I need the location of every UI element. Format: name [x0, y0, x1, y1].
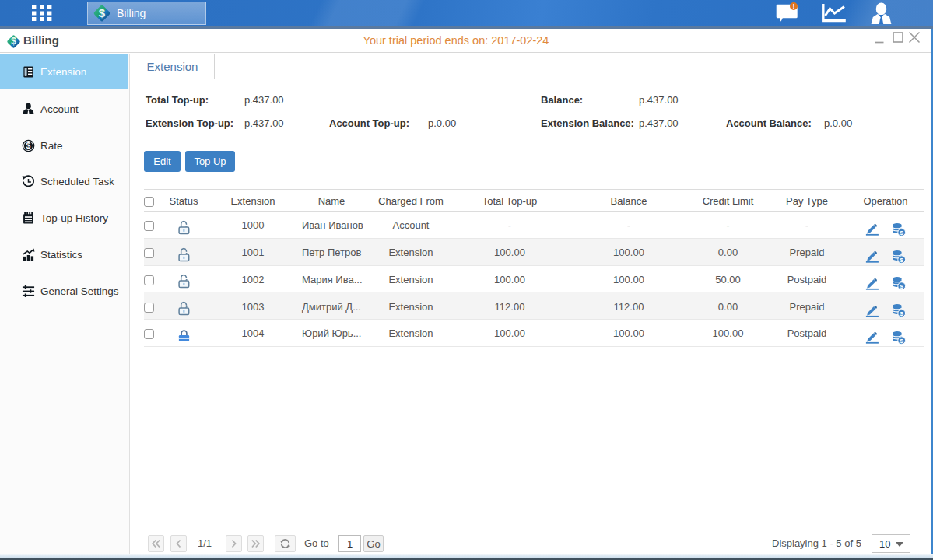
svg-text:$: $: [900, 337, 903, 344]
svg-text:$: $: [900, 310, 903, 317]
svg-text:!: !: [793, 2, 795, 10]
svg-text:$: $: [900, 256, 903, 263]
svg-text:$: $: [26, 142, 31, 150]
svg-text:$: $: [900, 229, 903, 236]
svg-text:$: $: [99, 6, 106, 19]
svg-text:$: $: [900, 283, 903, 290]
